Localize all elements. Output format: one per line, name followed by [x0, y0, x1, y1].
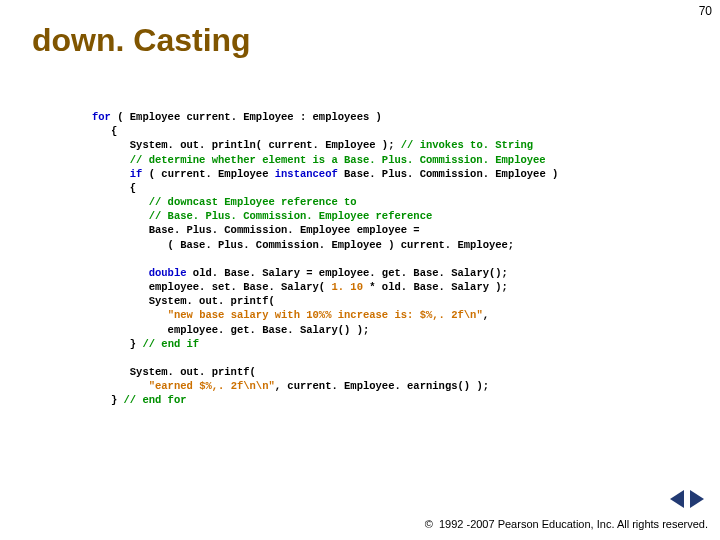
comment: // downcast Employee reference to — [92, 196, 357, 208]
comment: // end if — [142, 338, 199, 350]
number-literal: 1. 10 — [331, 281, 363, 293]
kw-if: if — [130, 168, 143, 180]
code-text: Base. Plus. Commission. Employee ) — [338, 168, 559, 180]
code-text: System. out. printf( — [92, 295, 275, 307]
code-text: * old. Base. Salary ); — [363, 281, 508, 293]
code-text — [92, 309, 168, 321]
page-title: down. Casting — [32, 22, 251, 59]
code-text: employee. get. Base. Salary() ); — [92, 324, 369, 336]
code-text: System. out. println( current. Employee … — [92, 139, 401, 151]
footer: © 1992 -2007 Pearson Education, Inc. All… — [425, 518, 708, 530]
kw-instanceof: instanceof — [275, 168, 338, 180]
code-text — [92, 267, 149, 279]
code-blank — [92, 253, 98, 265]
string-literal: "earned $%,. 2f\n\n" — [149, 380, 275, 392]
code-text: } — [92, 394, 124, 406]
kw-for: for — [92, 111, 111, 123]
code-text: { — [92, 182, 136, 194]
next-arrow-icon[interactable] — [690, 490, 704, 508]
copyright-icon: © — [425, 518, 433, 530]
code-text: , — [483, 309, 489, 321]
code-text: { — [92, 125, 117, 137]
comment: // invokes to. String — [401, 139, 533, 151]
comment: // end for — [124, 394, 187, 406]
code-text: Base. Plus. Commission. Employee employe… — [92, 224, 420, 236]
code-text: , current. Employee. earnings() ); — [275, 380, 489, 392]
page-number: 70 — [699, 4, 712, 18]
code-blank — [92, 352, 98, 364]
kw-double: double — [149, 267, 187, 279]
prev-arrow-icon[interactable] — [670, 490, 684, 508]
code-text: old. Base. Salary = employee. get. Base.… — [187, 267, 508, 279]
code-text: ( Base. Plus. Commission. Employee ) cur… — [92, 239, 514, 251]
code-text: } — [92, 338, 142, 350]
code-text: ( current. Employee — [142, 168, 274, 180]
string-literal: "new base salary with 10%% increase is: … — [168, 309, 483, 321]
code-text — [92, 380, 149, 392]
comment: // Base. Plus. Commission. Employee refe… — [92, 210, 432, 222]
comment: // determine whether element is a Base. … — [92, 154, 546, 166]
nav-arrows — [670, 490, 704, 508]
code-text — [92, 168, 130, 180]
footer-text: 1992 -2007 Pearson Education, Inc. All r… — [439, 518, 708, 530]
code-text: ( Employee current. Employee : employees… — [111, 111, 382, 123]
code-block: for ( Employee current. Employee : emplo… — [92, 110, 680, 408]
code-text: System. out. printf( — [92, 366, 256, 378]
code-text: employee. set. Base. Salary( — [92, 281, 331, 293]
